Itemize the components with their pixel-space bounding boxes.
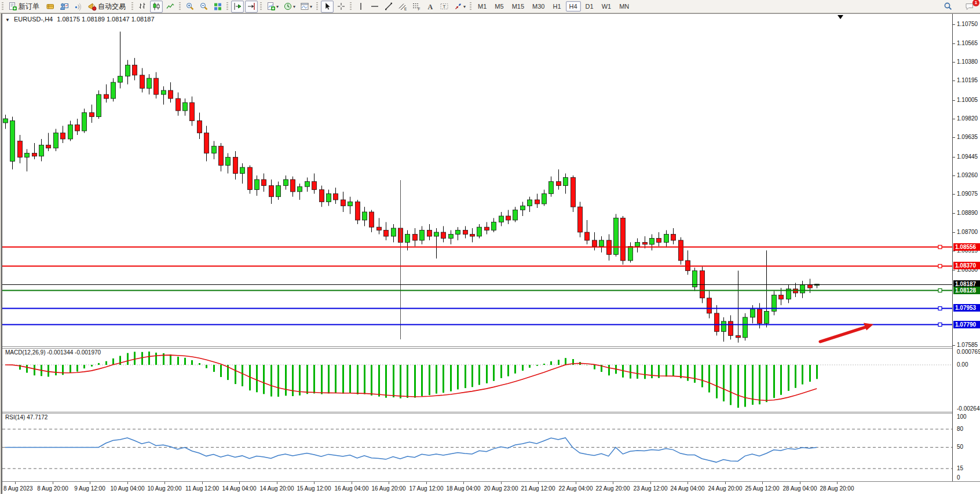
candle-body: [614, 218, 619, 255]
candle-body: [133, 65, 137, 75]
panel-splitter[interactable]: [2, 412, 980, 412]
line-chart-icon: [166, 2, 175, 11]
time-tick: [613, 482, 613, 484]
line-chart-button[interactable]: [164, 1, 177, 13]
toolbar-grip[interactable]: [131, 2, 133, 10]
toolbar-grip[interactable]: [2, 2, 3, 10]
rsi-panel[interactable]: [2, 414, 952, 481]
indicators-button[interactable]: ▾: [265, 1, 280, 13]
new-order-button[interactable]: 新订单: [6, 1, 43, 13]
line-price-badge: 1.07953: [953, 304, 980, 312]
candle-body: [226, 158, 231, 166]
price-tick: [953, 157, 955, 158]
time-tick-label: 21 Aug 12:00: [521, 485, 555, 492]
red-arrow-annotation[interactable]: [820, 323, 873, 342]
toolbar-grip[interactable]: [226, 2, 228, 10]
candle-body: [219, 146, 224, 165]
toolbar-grip[interactable]: [260, 2, 262, 10]
candle-body: [528, 200, 532, 206]
time-tick-label: 22 Aug 04:00: [559, 485, 593, 492]
chevron-down-icon[interactable]: ▾: [293, 4, 295, 9]
candle-body: [118, 76, 123, 83]
line-handle[interactable]: [938, 323, 942, 327]
trendline-button[interactable]: [382, 1, 395, 13]
price-tick-label: 1.10565: [957, 40, 978, 46]
macd-axis-label: -0.002648: [957, 405, 980, 412]
candle-body: [269, 186, 274, 197]
candle-body: [284, 180, 288, 186]
line-handle[interactable]: [938, 265, 942, 268]
time-tick-label: 15 Aug 12:00: [297, 485, 331, 492]
market-watch-button[interactable]: [44, 1, 57, 13]
time-tick-label: 24 Aug 20:00: [708, 485, 743, 492]
line-handle[interactable]: [938, 289, 942, 292]
time-tick: [501, 482, 502, 484]
chevron-down-icon[interactable]: ▾: [276, 4, 279, 9]
rsi-axis-label: 100: [957, 414, 967, 420]
price-axis[interactable]: 1.107501.105651.103801.101951.100051.098…: [952, 14, 980, 481]
chevron-down-icon[interactable]: ▾: [310, 4, 312, 9]
periods-button[interactable]: ▾: [281, 1, 297, 13]
chart-shift-marker[interactable]: [838, 15, 843, 19]
autotrading-button[interactable]: 自动交易: [86, 1, 129, 13]
data-window-button[interactable]: [58, 1, 71, 13]
timeframe-mn-button[interactable]: MN: [616, 1, 632, 12]
tile-windows-button[interactable]: [211, 1, 224, 13]
equidistant-channel-button[interactable]: E: [396, 1, 409, 13]
timeframe-m5-button[interactable]: M5: [491, 1, 507, 12]
channel-icon: E: [398, 2, 407, 11]
macd-panel[interactable]: [2, 349, 952, 412]
chart-shift-button[interactable]: [245, 1, 258, 13]
line-price-badge: 1.07790: [953, 321, 980, 328]
vertical-line-button[interactable]: [354, 1, 367, 13]
text-button[interactable]: A: [424, 1, 437, 13]
search-button[interactable]: [942, 1, 955, 13]
toolbar-grip[interactable]: [350, 2, 352, 10]
arrows-button[interactable]: ▾: [452, 1, 467, 13]
macd-histogram: [6, 352, 817, 408]
time-axis[interactable]: 8 Aug 20238 Aug 20:009 Aug 12:0010 Aug 0…: [2, 481, 980, 494]
panel-splitter[interactable]: [2, 348, 980, 349]
cursor-button[interactable]: [321, 1, 334, 13]
price-tick: [953, 43, 955, 44]
time-tick: [762, 482, 763, 484]
trendline-icon: [384, 2, 393, 11]
chevron-down-icon[interactable]: ▼: [5, 17, 10, 23]
notifications-button[interactable]: 1: [963, 1, 976, 13]
timeframe-h1-button[interactable]: H1: [549, 1, 564, 12]
line-price-badge: 1.08556: [953, 243, 980, 251]
auto-scroll-button[interactable]: [231, 1, 244, 13]
timeframe-d1-button[interactable]: D1: [582, 1, 597, 12]
timeframe-m15-button[interactable]: M15: [509, 1, 528, 12]
chevron-down-icon[interactable]: ▾: [463, 4, 466, 9]
timeframe-w1-button[interactable]: W1: [598, 1, 615, 12]
panel-splitter[interactable]: [2, 413, 980, 414]
crosshair-button[interactable]: [335, 1, 348, 13]
timeframe-m30-button[interactable]: M30: [529, 1, 548, 12]
text-label-button[interactable]: T: [438, 1, 451, 13]
toolbar-grip[interactable]: [316, 2, 318, 10]
fibonacci-button[interactable]: F: [410, 1, 423, 13]
timeframe-h4-button[interactable]: H4: [566, 1, 581, 12]
timeframe-m1-button[interactable]: M1: [474, 1, 490, 12]
time-tick-label: 9 Aug 12:00: [74, 485, 105, 492]
bar-chart-button[interactable]: [136, 1, 149, 13]
candlestick-chart-button[interactable]: [150, 1, 163, 13]
toolbar-grip[interactable]: [179, 2, 181, 10]
price-tick-label: 1.09075: [957, 191, 978, 197]
signals-button[interactable]: [72, 1, 85, 13]
templates-button[interactable]: ▾: [298, 1, 314, 13]
chart-shift-icon: [247, 2, 256, 11]
panel-splitter[interactable]: [2, 346, 980, 347]
main-price-chart[interactable]: [2, 14, 952, 346]
horizontal-line-button[interactable]: [368, 1, 381, 13]
zoom-in-button[interactable]: [184, 1, 196, 13]
toolbar-grip[interactable]: [470, 2, 471, 10]
line-handle[interactable]: [938, 307, 942, 310]
time-tick: [426, 482, 427, 484]
candlestick-icon: [152, 2, 161, 11]
zoom-out-button[interactable]: [198, 1, 210, 13]
text-icon: A: [426, 2, 435, 11]
candle-body: [233, 158, 238, 174]
line-handle[interactable]: [938, 246, 942, 249]
